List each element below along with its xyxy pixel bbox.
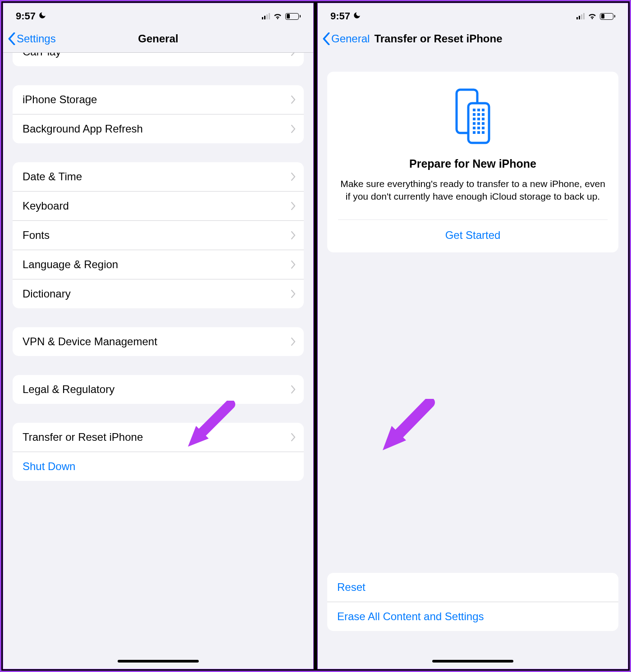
row-transfer-or-reset[interactable]: Transfer or Reset iPhone <box>13 423 304 452</box>
content-scroll[interactable]: CarPlay iPhone Storage Background App Re… <box>3 53 313 669</box>
battery-icon <box>285 13 301 20</box>
content-area: Prepare for New iPhone Make sure everyth… <box>318 53 628 669</box>
chevron-right-icon <box>291 433 296 441</box>
row-label: Keyboard <box>23 200 69 212</box>
chevron-right-icon <box>291 53 296 56</box>
row-label: Date & Time <box>23 170 82 183</box>
back-label: Settings <box>17 32 56 45</box>
chevron-right-icon <box>291 261 296 269</box>
row-label: Shut Down <box>23 460 75 473</box>
transfer-phones-icon <box>338 87 608 146</box>
row-date-time[interactable]: Date & Time <box>13 162 304 192</box>
chevron-right-icon <box>291 385 296 393</box>
chevron-right-icon <box>291 338 296 346</box>
home-indicator[interactable] <box>432 660 513 663</box>
svg-rect-3 <box>477 109 480 111</box>
row-vpn-device-management[interactable]: VPN & Device Management <box>13 327 304 356</box>
row-label: CarPlay <box>23 53 61 58</box>
svg-rect-17 <box>473 131 476 134</box>
group-vpn: VPN & Device Management <box>13 327 304 356</box>
nav-title: Transfer or Reset iPhone <box>374 32 502 45</box>
status-bar: 9:57 <box>318 3 628 27</box>
row-label: Legal & Regulatory <box>23 383 114 396</box>
svg-rect-5 <box>473 113 476 116</box>
row-iphone-storage[interactable]: iPhone Storage <box>13 85 304 114</box>
svg-rect-12 <box>477 122 480 125</box>
prepare-description: Make sure everything's ready to transfer… <box>338 178 608 203</box>
svg-rect-15 <box>477 127 480 129</box>
row-background-app-refresh[interactable]: Background App Refresh <box>13 114 304 143</box>
svg-rect-18 <box>477 131 480 134</box>
row-legal-regulatory[interactable]: Legal & Regulatory <box>13 375 304 404</box>
chevron-right-icon <box>291 173 296 181</box>
svg-rect-10 <box>482 118 485 120</box>
status-time: 9:57 <box>16 10 36 22</box>
chevron-right-icon <box>291 231 296 239</box>
home-indicator[interactable] <box>118 660 199 663</box>
group-datetime: Date & Time Keyboard Fonts Language & Re… <box>13 162 304 308</box>
row-keyboard[interactable]: Keyboard <box>13 192 304 221</box>
back-button-general[interactable]: General <box>322 32 370 45</box>
status-bar: 9:57 <box>3 3 313 27</box>
svg-rect-11 <box>473 122 476 125</box>
phone-left-general: 9:57 Settings General CarPlay <box>3 3 314 669</box>
svg-rect-2 <box>473 109 476 111</box>
svg-rect-4 <box>482 109 485 111</box>
cellular-icon <box>262 13 270 19</box>
nav-bar: Settings General <box>3 27 313 53</box>
back-label: General <box>331 32 370 45</box>
group-reset: Reset Erase All Content and Settings <box>327 573 618 631</box>
group-carplay: CarPlay <box>13 53 304 66</box>
row-erase-all[interactable]: Erase All Content and Settings <box>327 602 618 631</box>
dnd-moon-icon <box>38 10 46 22</box>
row-label: Fonts <box>23 229 50 242</box>
row-dictionary[interactable]: Dictionary <box>13 279 304 308</box>
row-language-region[interactable]: Language & Region <box>13 250 304 279</box>
svg-rect-8 <box>473 118 476 120</box>
chevron-right-icon <box>291 125 296 133</box>
group-transfer: Transfer or Reset iPhone Shut Down <box>13 423 304 481</box>
cellular-icon <box>576 13 585 19</box>
chevron-right-icon <box>291 290 296 298</box>
svg-rect-9 <box>477 118 480 120</box>
row-reset[interactable]: Reset <box>327 573 618 602</box>
svg-rect-16 <box>482 127 485 129</box>
row-label: Reset <box>337 581 366 594</box>
row-carplay[interactable]: CarPlay <box>13 53 304 66</box>
row-label: Erase All Content and Settings <box>337 610 484 623</box>
wifi-icon <box>273 10 283 22</box>
dnd-moon-icon <box>353 10 361 22</box>
group-storage: iPhone Storage Background App Refresh <box>13 85 304 143</box>
prepare-title: Prepare for New iPhone <box>338 157 608 170</box>
phone-right-transfer-reset: 9:57 General Transfer or Reset iPhone <box>317 3 628 669</box>
row-label: iPhone Storage <box>23 93 97 106</box>
get-started-button[interactable]: Get Started <box>338 219 608 252</box>
prepare-card: Prepare for New iPhone Make sure everyth… <box>327 72 618 252</box>
svg-rect-19 <box>482 131 485 134</box>
row-fonts[interactable]: Fonts <box>13 221 304 250</box>
wifi-icon <box>587 10 597 22</box>
back-button-settings[interactable]: Settings <box>8 32 56 45</box>
row-label: Language & Region <box>23 258 118 271</box>
svg-rect-6 <box>477 113 480 116</box>
chevron-right-icon <box>291 96 296 104</box>
row-label: VPN & Device Management <box>23 335 157 348</box>
row-label: Transfer or Reset iPhone <box>23 431 143 443</box>
row-label: Dictionary <box>23 288 71 300</box>
row-shut-down[interactable]: Shut Down <box>13 452 304 481</box>
chevron-right-icon <box>291 202 296 210</box>
svg-rect-14 <box>473 127 476 129</box>
row-label: Background App Refresh <box>23 123 143 135</box>
annotation-arrow-icon <box>376 399 435 453</box>
bottom-actions: Reset Erase All Content and Settings <box>318 573 628 631</box>
group-legal: Legal & Regulatory <box>13 375 304 404</box>
status-time: 9:57 <box>330 10 350 22</box>
svg-rect-7 <box>482 113 485 116</box>
battery-icon <box>600 13 615 20</box>
svg-rect-13 <box>482 122 485 125</box>
nav-bar: General Transfer or Reset iPhone <box>318 27 628 53</box>
